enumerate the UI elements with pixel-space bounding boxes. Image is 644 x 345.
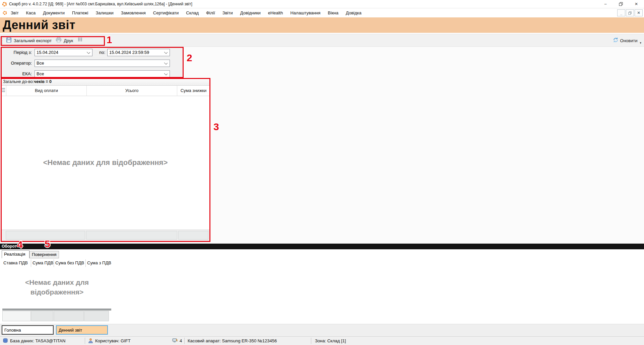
eka-select[interactable]: Все [35,70,170,78]
status-user: Користувач: GIFT [95,337,131,345]
status-bar: База даних: TASA3@TITAN Користувач: GIFT… [0,336,644,345]
separator [184,338,185,344]
menu-zalyshky[interactable]: Залишки [92,8,117,18]
no-data-placeholder: <Немає даних для відображення> [0,277,114,297]
window-tab-dennyi-zvit[interactable]: Денний звіт [56,325,108,335]
menu-ehealth[interactable]: eHealth [264,8,287,18]
row-indicator-icon [1,86,6,96]
status-database: База даних: TASA3@TITAN [10,337,65,345]
status-cash-register: Касовий апарат: Samsung ER-350 №123456 [188,337,277,345]
tab-povernennya[interactable]: Повернення [29,251,59,258]
columns-icon[interactable] [78,37,83,44]
print-button[interactable]: Друк [64,38,73,43]
menu-platezhi[interactable]: Платежі [68,8,92,18]
menu-zamovlennia[interactable]: Замовлення [117,8,149,18]
annotation-label-2: 2 [187,53,192,63]
grid-splitter[interactable] [2,309,111,311]
user-icon [88,338,93,345]
database-icon [3,338,8,345]
operator-label: Оператор: [0,60,32,67]
eka-label: ЕКА: [0,70,32,78]
filter-panel: Період з: 15.04.2024 по: 15.04.2024 23:5… [0,47,183,78]
restore-button[interactable] [613,0,629,8]
column-header-payment-type[interactable]: Вид оплати [6,86,87,96]
menu-zvity[interactable]: Звіти [219,8,237,18]
column-header-vat-rate[interactable]: Ставка ПДВ [2,259,31,267]
chevron-down-icon [164,72,168,75]
menu-sklad[interactable]: Склад [182,8,202,18]
footer-cell [178,231,208,240]
chevron-down-icon [164,51,168,54]
app-window: Скарб pro v. 4.0.2.72 [ІД: 969] - [Апт №… [0,0,644,345]
annotation-label-4: 4 [17,240,23,250]
refresh-button[interactable]: Оновити ▾ [613,34,641,47]
column-header-discount[interactable]: Сума знижки [177,86,210,96]
vat-column-headers: Ставка ПДВ Сума ПДВ Сума без ПДВ Сума з … [2,259,111,267]
turnover-panel: Реалізація Повернення Ставка ПДВ Сума ПД… [0,249,644,336]
close-button[interactable]: ✕ [629,0,644,8]
period-from-input[interactable]: 15.04.2024 [35,49,92,56]
annotation-label-5: 5 [45,239,50,249]
mdi-close-button[interactable]: ✕ [635,9,643,16]
menu-sertyfikaty[interactable]: Сертифікати [149,8,183,18]
page-title: Денний звіт [0,17,644,33]
footer-cell [54,311,84,321]
summary-label: Загальне до-во: [3,79,34,84]
grid-body: <Немає даних для відображення> [1,96,210,229]
column-header-sum-without-vat[interactable]: Сума без ПДВ [54,259,86,267]
menu-kasa[interactable]: Каса [22,8,40,18]
grid-summary: Загальне до-во:чеків = 0 [1,78,210,86]
status-zone: Зона: Склад [1] [315,337,346,345]
window-tab-holovna[interactable]: Головна [2,325,54,335]
terminal-icon [172,338,178,344]
chevron-down-icon [164,61,168,65]
column-header-sum-with-vat[interactable]: Сума з ПДВ [86,259,111,267]
tab-realizatsiya[interactable]: Реалізація [2,250,29,258]
period-to-label: по: [85,49,105,56]
menu-dovidka[interactable]: Довідка [342,8,365,18]
app-logo-icon [2,2,7,7]
annotation-label-3: 3 [213,122,219,132]
status-counter: 4 [180,337,182,345]
menu-nalashtuvannia[interactable]: Налаштування [286,8,324,18]
menu-zvit[interactable]: Звіт [7,8,22,18]
column-header-total[interactable]: Усього [87,86,177,96]
title-bar: Скарб pro v. 4.0.2.72 [ІД: 969] - [Апт №… [0,0,644,8]
mdi-minimize-button[interactable]: _ [617,9,625,16]
menu-dokumenty[interactable]: Документи [39,8,68,18]
menu-filii[interactable]: Філії [202,8,219,18]
page-header: Денний звіт [0,17,644,33]
payments-grid: Загальне до-во:чеків = 0 Вид оплати Усьо… [1,78,210,242]
content-area: Загальний експорт Друк Оновити ▾ [0,33,644,244]
grid-footer [1,230,210,242]
print-icon [56,37,62,44]
period-to-input[interactable]: 15.04.2024 23:59:59 [107,49,170,56]
mdi-restore-button[interactable] [626,9,634,16]
operator-select[interactable]: Все [35,60,170,67]
export-icon [6,37,12,44]
export-button[interactable]: Загальний експорт [14,38,52,43]
toolbar-grip-handle[interactable] [2,36,3,45]
annotation-label-1: 1 [107,35,112,45]
separator [311,338,311,344]
separator [85,338,85,344]
no-data-placeholder: <Немає даних для відображення> [43,158,168,167]
refresh-icon [613,37,619,44]
refresh-label: Оновити [620,38,638,43]
summary-value: чеків = 0 [34,79,52,84]
period-from-label: Період з: [0,49,32,56]
mdi-app-logo-icon [3,11,7,15]
grid-column-headers: Вид оплати Усього Сума знижки [1,86,210,96]
turnover-section-header: Оборот [0,244,644,249]
footer-cell [2,311,31,321]
window-title: Скарб pro v. 4.0.2.72 [ІД: 969] - [Апт №… [9,2,192,6]
menu-vikna[interactable]: Вікна [324,8,342,18]
menu-dovidnyky[interactable]: Довідники [237,8,264,18]
footer-cell [84,311,109,321]
footer-cell [31,311,53,321]
refresh-dropdown-caret-icon[interactable]: ▾ [640,41,641,47]
minimize-button[interactable]: – [598,0,613,8]
window-tabs-strip: Головна Денний звіт [0,324,644,336]
menu-bar: Звіт Каса Документи Платежі Залишки Замо… [0,8,644,17]
column-header-vat-sum[interactable]: Сума ПДВ [31,259,54,267]
